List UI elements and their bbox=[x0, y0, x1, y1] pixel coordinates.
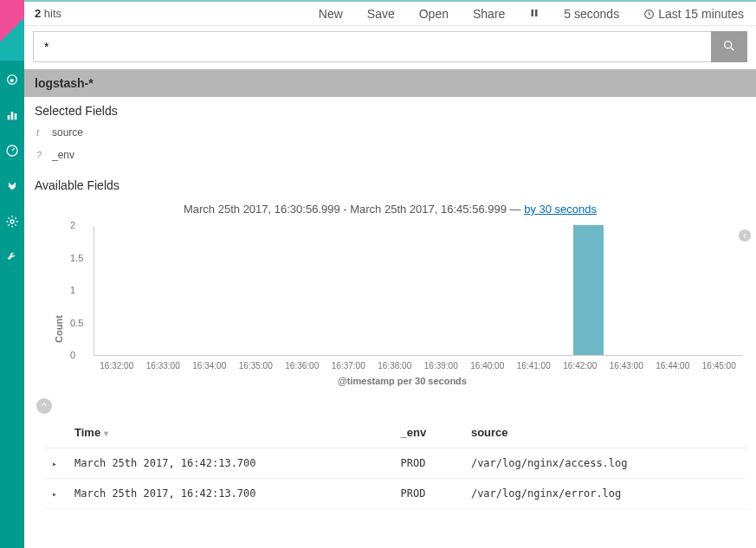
svg-rect-6 bbox=[532, 10, 534, 16]
hits-count: 2 hits bbox=[24, 7, 72, 20]
col-source[interactable]: source bbox=[462, 417, 747, 448]
field-row-source[interactable]: t source bbox=[24, 121, 756, 144]
timelion-icon[interactable] bbox=[5, 179, 19, 196]
svg-rect-1 bbox=[8, 115, 10, 119]
x-tick: 16:43:00 bbox=[604, 361, 650, 371]
settings-icon[interactable] bbox=[5, 215, 19, 231]
field-type-icon: ? bbox=[36, 150, 45, 160]
y-tick: 2 bbox=[70, 220, 75, 230]
x-tick: 16:40:00 bbox=[464, 361, 511, 371]
y-tick: 1.5 bbox=[70, 253, 83, 263]
devtools-icon[interactable] bbox=[5, 250, 19, 267]
interval-link[interactable]: by 30 seconds bbox=[524, 203, 597, 216]
table-row[interactable]: March 25th 2017, 16:42:13.700PROD/var/lo… bbox=[43, 448, 747, 479]
table-row[interactable]: March 25th 2017, 16:42:13.700PROD/var/lo… bbox=[43, 479, 747, 509]
search-input[interactable] bbox=[33, 31, 711, 62]
y-tick: 0.5 bbox=[70, 318, 83, 328]
x-tick: 16:44:00 bbox=[649, 361, 696, 371]
topbar: 2 hits New Save Open Share 5 seconds Las… bbox=[24, 0, 756, 26]
search-bar bbox=[24, 26, 756, 69]
x-tick: 16:37:00 bbox=[326, 361, 372, 371]
open-button[interactable]: Open bbox=[419, 7, 449, 21]
x-tick: 16:39:00 bbox=[418, 361, 465, 371]
time-range[interactable]: Last 15 minutes bbox=[643, 7, 744, 21]
dashboard-icon[interactable] bbox=[5, 144, 19, 160]
x-tick: 16:36:00 bbox=[279, 361, 326, 371]
scroll-top bbox=[24, 395, 756, 417]
cell-time: March 25th 2017, 16:42:13.700 bbox=[66, 448, 391, 479]
share-button[interactable]: Share bbox=[473, 7, 505, 21]
y-axis-label: Count bbox=[54, 315, 64, 343]
svg-rect-3 bbox=[15, 113, 17, 119]
svg-rect-2 bbox=[11, 112, 14, 119]
sort-desc-icon: ▾ bbox=[104, 429, 108, 438]
selected-fields-header: Selected Fields bbox=[24, 97, 756, 121]
visualize-icon[interactable] bbox=[5, 108, 19, 125]
index-pattern-bar[interactable]: logstash-* bbox=[24, 69, 756, 97]
kibana-logo[interactable] bbox=[0, 0, 24, 61]
svg-point-9 bbox=[725, 41, 732, 48]
cell-source: /var/log/nginx/access.log bbox=[462, 448, 747, 479]
y-tick: 1 bbox=[70, 285, 75, 295]
field-name: source bbox=[52, 126, 83, 139]
cell-time: March 25th 2017, 16:42:13.700 bbox=[66, 479, 391, 509]
cell-env: PROD bbox=[391, 479, 462, 509]
x-axis-label: @timestamp per 30 seconds bbox=[62, 371, 742, 395]
expand-row-icon[interactable] bbox=[43, 479, 66, 509]
histogram-chart[interactable]: Count 00.511.52 16:32:0016:33:0016:34:00… bbox=[24, 222, 756, 395]
svg-rect-7 bbox=[535, 10, 538, 16]
discover-icon[interactable] bbox=[5, 73, 19, 89]
cell-env: PROD bbox=[391, 448, 462, 479]
svg-point-5 bbox=[10, 220, 14, 223]
field-row-env[interactable]: ? _env bbox=[24, 144, 756, 166]
x-tick: 16:34:00 bbox=[186, 361, 233, 371]
y-tick: 0 bbox=[70, 350, 75, 360]
x-tick: 16:41:00 bbox=[511, 361, 558, 371]
scroll-top-button[interactable] bbox=[36, 398, 52, 414]
refresh-interval[interactable]: 5 seconds bbox=[564, 7, 619, 21]
available-fields-header[interactable]: Available Fields bbox=[24, 166, 756, 196]
results-table: Time ▾ _env source March 25th 2017, 16:4… bbox=[43, 417, 747, 509]
chart-time-range: March 25th 2017, 16:30:56.999 - March 25… bbox=[24, 196, 756, 222]
new-button[interactable]: New bbox=[319, 7, 343, 21]
x-tick: 16:35:00 bbox=[233, 361, 280, 371]
histogram-bar[interactable] bbox=[573, 225, 604, 355]
save-button[interactable]: Save bbox=[367, 7, 395, 21]
x-tick: 16:45:00 bbox=[696, 361, 743, 371]
cell-source: /var/log/nginx/error.log bbox=[462, 479, 747, 509]
pause-icon[interactable] bbox=[529, 7, 540, 21]
side-nav bbox=[0, 0, 24, 548]
nav-icons bbox=[0, 61, 24, 548]
x-tick: 16:42:00 bbox=[557, 361, 604, 371]
col-env[interactable]: _env bbox=[391, 417, 462, 448]
field-type-icon: t bbox=[36, 127, 45, 138]
search-button[interactable] bbox=[711, 31, 747, 62]
col-time[interactable]: Time ▾ bbox=[66, 417, 391, 448]
x-tick: 16:38:00 bbox=[372, 361, 418, 371]
expand-row-icon[interactable] bbox=[43, 448, 66, 479]
x-tick: 16:33:00 bbox=[140, 361, 187, 371]
x-tick: 16:32:00 bbox=[94, 361, 140, 371]
field-name: _env bbox=[52, 149, 74, 161]
